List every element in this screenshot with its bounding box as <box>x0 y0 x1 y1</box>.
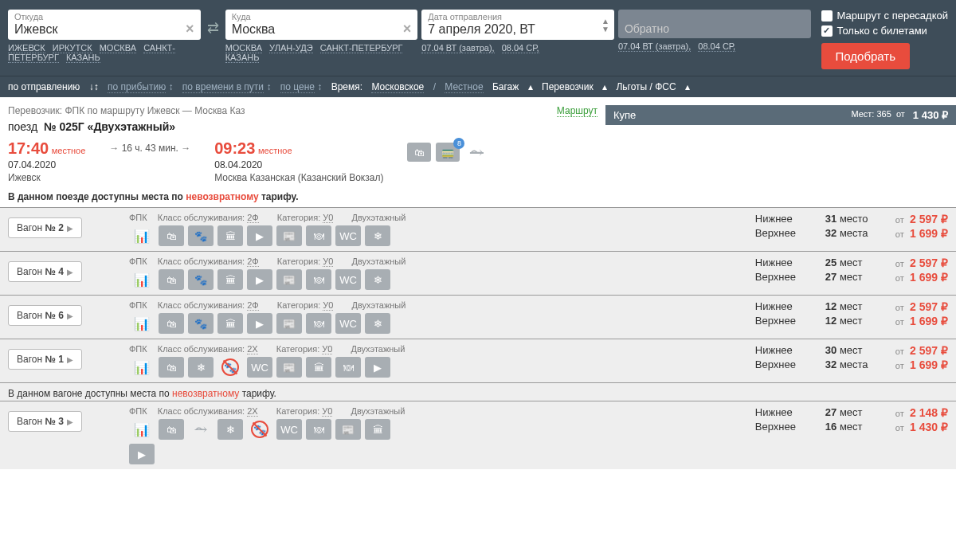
bag-icon: 🛍 <box>159 225 184 246</box>
pet-icon: 🐾 <box>188 313 214 334</box>
news-icon: 📰 <box>276 225 302 246</box>
media-icon: ▶ <box>247 225 272 246</box>
date-quick-links: 07.04 ВТ (завтра), 08.04 СР, <box>421 43 614 53</box>
column-icon: 🏛 <box>365 419 390 440</box>
wagon-nonrefund-note: В данном вагоне доступны места по невозв… <box>0 382 956 401</box>
sort-arrival[interactable]: по прибытию <box>108 81 166 93</box>
date-stepper-icon[interactable]: ▲▼ <box>601 18 609 33</box>
filter-baggage[interactable]: Багаж ▴ <box>492 81 533 92</box>
clear-to-icon[interactable]: × <box>403 21 412 37</box>
food-icon: 🍽 <box>306 313 331 334</box>
return-quick-links: 07.04 ВТ (завтра), 08.04 СР, <box>618 41 811 51</box>
seat-info: Нижнее 12 мест от 2 597 ₽ Верхнее 12 мес… <box>741 300 948 329</box>
return-field[interactable]: Обратно <box>618 10 811 38</box>
media-icon: ▶ <box>247 269 272 290</box>
wc-icon: WC <box>335 269 361 290</box>
bag-icon: 🛍 <box>159 313 184 334</box>
graph-icon: 📊 <box>129 357 155 378</box>
sort-price[interactable]: по цене <box>280 81 315 93</box>
news-icon: 📰 <box>335 419 361 440</box>
graph-icon: 📊 <box>129 313 155 334</box>
carriage-icon: 🚃 <box>436 143 460 162</box>
from-field[interactable]: Откуда Ижевск × <box>8 10 201 40</box>
graph-icon: 📊 <box>129 225 155 246</box>
news-icon: 📰 <box>276 269 302 290</box>
carrier-text: Перевозчик: ФПК по маршруту Ижевск — Мос… <box>8 105 245 117</box>
to-field[interactable]: Куда Москва × <box>225 10 418 40</box>
wagon-row: Вагон № 4▶ ФПК Класс обслуживания: 2Ф Ка… <box>0 251 956 295</box>
time-moscow[interactable]: Московское <box>371 81 424 93</box>
quick-link[interactable]: КАЗАНЬ <box>225 53 260 63</box>
to-quick-links: МОСКВА УЛАН-УДЭ САНКТ-ПЕТЕРБУРГ КАЗАНЬ <box>225 43 418 62</box>
wagon-button[interactable]: Вагон № 6▶ <box>8 305 82 326</box>
departure-block: 17:40 местное 07.04.2020 Ижевск <box>8 139 85 183</box>
quick-link[interactable]: УЛАН-УДЭ <box>269 43 313 53</box>
train-amenities: 🛍 🚃 ⤳ <box>407 143 488 162</box>
column-icon: 🏛 <box>217 313 243 334</box>
no-bed-icon: ⤳ <box>188 419 214 440</box>
clear-from-icon[interactable]: × <box>186 21 194 37</box>
bag-icon: 🛍 <box>407 143 431 162</box>
seat-info: Нижнее 25 мест от 2 597 ₽ Верхнее 27 мес… <box>741 257 948 285</box>
media-icon: ▶ <box>247 313 272 334</box>
wc-icon: WC <box>335 313 361 334</box>
quick-link[interactable]: 08.04 СР, <box>698 41 735 52</box>
snow-icon: ❄ <box>365 313 390 334</box>
seat-info: Нижнее 30 мест от 2 597 ₽ Верхнее 32 мес… <box>741 344 948 373</box>
snow-icon: ❄ <box>217 419 243 440</box>
quick-link[interactable]: САНКТ-ПЕТЕРБУРГ <box>320 43 403 53</box>
duration: → 16 ч. 43 мин. → <box>109 143 190 154</box>
time-local[interactable]: Местное <box>445 81 483 93</box>
arrival-block: 09:23 местное 08.04.2020 Москва Казанска… <box>214 139 383 183</box>
train-name: поезд № 025Г «Двухэтажный» <box>8 120 598 133</box>
quick-link[interactable]: 07.04 ВТ (завтра), <box>421 43 494 53</box>
pet-icon: 🐾 <box>188 225 214 246</box>
wagon-button[interactable]: Вагон № 3▶ <box>8 411 82 432</box>
quick-link[interactable]: МОСКВА <box>100 43 136 53</box>
seat-info: Нижнее 27 мест от 2 148 ₽ Верхнее 16 мес… <box>741 406 948 435</box>
tickets-checkbox[interactable]: ✓Только с билетами <box>821 25 949 37</box>
wagon-row: Вагон № 3▶ ФПК Класс обслуживания: 2Х Ка… <box>0 401 956 469</box>
no-pet-icon: 🐾 <box>247 419 272 440</box>
wagon-row: Вагон № 6▶ ФПК Класс обслуживания: 2Ф Ка… <box>0 295 956 339</box>
filter-carrier[interactable]: Перевозчик ▴ <box>542 81 607 92</box>
news-icon: 📰 <box>276 357 302 378</box>
transfer-checkbox[interactable]: Маршрут с пересадкой <box>821 10 949 22</box>
media-icon: ▶ <box>129 444 155 464</box>
sort-departure[interactable]: по отправлению ↓↕ <box>8 81 99 92</box>
quick-link[interactable]: 08.04 СР, <box>502 43 539 53</box>
wagon-button[interactable]: Вагон № 2▶ <box>8 217 82 238</box>
wagon-button[interactable]: Вагон № 1▶ <box>8 349 82 370</box>
graph-icon: 📊 <box>129 419 155 440</box>
quick-link[interactable]: КАЗАНЬ <box>66 53 100 63</box>
snow-icon: ❄ <box>365 269 390 290</box>
food-icon: 🍽 <box>306 225 331 246</box>
wc-icon: WC <box>335 225 361 246</box>
wagon-button[interactable]: Вагон № 4▶ <box>8 261 82 282</box>
wc-icon: WC <box>276 419 302 440</box>
no-pet-icon: 🐾 <box>217 357 243 378</box>
compartment-bar[interactable]: Купе Мест: 365 от 1 430 ₽ <box>605 105 956 125</box>
food-icon: 🍽 <box>306 269 331 290</box>
bag-icon: 🛍 <box>159 269 184 290</box>
food-icon: 🍽 <box>335 357 361 378</box>
sort-duration[interactable]: по времени в пути <box>182 81 264 93</box>
column-icon: 🏛 <box>217 225 243 246</box>
bag-icon: 🛍 <box>159 357 184 378</box>
submit-button[interactable]: Подобрать <box>821 43 911 69</box>
column-icon: 🏛 <box>306 357 331 378</box>
quick-link[interactable]: 07.04 ВТ (завтра), <box>618 41 691 52</box>
snow-icon: ❄ <box>365 225 390 246</box>
swap-icon[interactable]: ⇄ <box>205 10 221 37</box>
food-icon: 🍽 <box>306 419 331 440</box>
snow-icon: ❄ <box>188 357 214 378</box>
pet-icon: 🐾 <box>188 269 214 290</box>
media-icon: ▶ <box>365 357 390 378</box>
filter-benefits[interactable]: Льготы / ФСС ▴ <box>616 81 690 92</box>
route-link[interactable]: Маршрут <box>557 105 598 117</box>
search-header: Откуда Ижевск × ИЖЕВСК ИРКУТСК МОСКВА СА… <box>0 0 956 76</box>
wagon-row: Вагон № 1▶ ФПК Класс обслуживания: 2Х Ка… <box>0 339 956 382</box>
date-field[interactable]: Дата отправления 7 апреля 2020, ВТ ▲▼ <box>421 10 614 40</box>
nonrefund-note: В данном поезде доступны места по невозв… <box>8 191 598 202</box>
column-icon: 🏛 <box>217 269 243 290</box>
